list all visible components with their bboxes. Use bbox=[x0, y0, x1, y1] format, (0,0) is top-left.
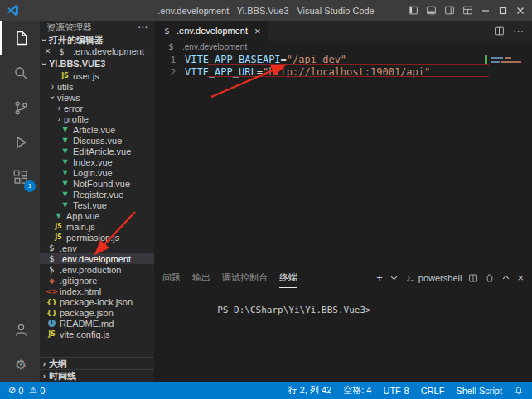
env-file-icon: $ bbox=[46, 243, 57, 252]
project-section-header[interactable]: › YI.BBS.VUE3 bbox=[40, 57, 154, 70]
chevron-down-icon: › bbox=[48, 93, 57, 102]
timeline-section-header[interactable]: › 时间线 bbox=[40, 369, 154, 382]
panel-tab-调试控制台[interactable]: 调试控制台 bbox=[222, 267, 268, 288]
extensions-icon[interactable]: 1 bbox=[0, 160, 40, 195]
file-name: .env bbox=[60, 243, 77, 253]
vue-file-icon: ▼ bbox=[60, 137, 70, 144]
file-NotFound.vue[interactable]: ▼NotFound.vue bbox=[40, 178, 154, 189]
explorer-more-actions-icon[interactable]: ⋯ bbox=[138, 22, 148, 33]
search-icon[interactable] bbox=[0, 55, 40, 90]
file-user.js[interactable]: JSuser.js bbox=[40, 70, 154, 81]
terminal-output[interactable]: PS D:\CSharp\Yi\Yi.BBS.Vue3> bbox=[154, 288, 532, 382]
close-tab-icon[interactable]: × bbox=[254, 25, 261, 37]
split-terminal-icon[interactable] bbox=[468, 273, 478, 283]
vue-file-icon: ▼ bbox=[60, 147, 70, 155]
file-Test.vue[interactable]: ▼Test.vue bbox=[40, 200, 154, 210]
toggle-panel-icon[interactable] bbox=[426, 5, 437, 16]
problems-status[interactable]: ⊘ 0 ⚠ 0 bbox=[8, 385, 45, 396]
file-Login.vue[interactable]: ▼Login.vue bbox=[40, 167, 154, 178]
close-editor-icon[interactable]: × bbox=[45, 46, 53, 57]
panel-tab-问题[interactable]: 问题 bbox=[162, 267, 181, 288]
explorer-icon[interactable] bbox=[0, 21, 40, 55]
file-name: package.json bbox=[60, 308, 114, 318]
panel-tab-终端[interactable]: 终端 bbox=[279, 267, 297, 288]
bottom-panel: 问题输出调试控制台终端 + powershell × bbox=[154, 267, 532, 382]
new-terminal-icon[interactable]: + bbox=[376, 272, 383, 284]
folder-views[interactable]: ›views bbox=[40, 92, 154, 103]
file-name: Discuss.vue bbox=[73, 136, 122, 146]
breadcrumb[interactable]: $ .env.development bbox=[154, 41, 532, 53]
account-icon[interactable] bbox=[0, 312, 40, 347]
vue-file-icon: ▼ bbox=[60, 169, 70, 176]
toggle-secondary-sidebar-icon[interactable] bbox=[444, 5, 455, 16]
file-Discuss.vue[interactable]: ▼Discuss.vue bbox=[40, 135, 154, 146]
outline-section-header[interactable]: › 大纲 bbox=[40, 357, 154, 369]
file-.gitignore[interactable]: ◆.gitignore bbox=[40, 275, 154, 286]
folder-error[interactable]: ›error bbox=[40, 103, 154, 113]
file-.env.development[interactable]: $.env.development bbox=[40, 253, 154, 264]
status-encoding[interactable]: UTF-8 bbox=[383, 386, 409, 396]
file-index.html[interactable]: <>index.html bbox=[40, 286, 154, 296]
code-editor[interactable]: 1VITE_APP_BASEAPI="/api-dev"2VITE_APP_UR… bbox=[154, 53, 532, 267]
maximize-panel-icon[interactable] bbox=[501, 273, 510, 282]
file-name: .gitignore bbox=[60, 276, 97, 286]
file-name: App.vue bbox=[66, 211, 99, 221]
open-editor-item[interactable]: × $ .env.development bbox=[40, 46, 154, 57]
chevron-down-icon: › bbox=[40, 36, 49, 45]
run-debug-icon[interactable] bbox=[0, 125, 40, 160]
status-bar: ⊘ 0 ⚠ 0 行 2, 列 42空格: 4UTF-8CRLFShell Scr… bbox=[0, 382, 532, 399]
git-file-icon: ◆ bbox=[46, 276, 57, 285]
terminal-dropdown-icon[interactable] bbox=[389, 273, 399, 282]
file-Article.vue[interactable]: ▼Article.vue bbox=[40, 124, 154, 135]
status-language-mode[interactable]: Shell Script bbox=[456, 386, 502, 396]
panel-tabs: 问题输出调试控制台终端 bbox=[162, 267, 309, 288]
warnings-icon: ⚠ bbox=[29, 385, 37, 396]
file-App.vue[interactable]: ▼App.vue bbox=[40, 210, 154, 221]
env-file-icon: $ bbox=[166, 42, 177, 51]
file-EditArticle.vue[interactable]: ▼EditArticle.vue bbox=[40, 146, 154, 156]
file-README.md[interactable]: iREADME.md bbox=[40, 318, 154, 329]
close-window-icon[interactable] bbox=[515, 6, 525, 16]
terminal-prompt: PS D:\CSharp\Yi\Yi.BBS.Vue3> bbox=[217, 305, 370, 315]
file-package-lock.json[interactable]: {}package-lock.json bbox=[40, 296, 154, 307]
notifications-bell-icon[interactable] bbox=[514, 386, 524, 396]
panel-header: 问题输出调试控制台终端 + powershell × bbox=[154, 267, 532, 288]
js-file-icon: JS bbox=[46, 330, 57, 338]
close-panel-icon[interactable]: × bbox=[517, 272, 524, 284]
file-Index.vue[interactable]: ▼Index.vue bbox=[40, 156, 154, 167]
file-.env[interactable]: $.env bbox=[40, 243, 154, 253]
file-vite.config.js[interactable]: JSvite.config.js bbox=[40, 329, 154, 339]
vue-file-icon: ▼ bbox=[60, 190, 70, 198]
file-package.json[interactable]: {}package.json bbox=[40, 307, 154, 318]
kill-terminal-trash-icon[interactable] bbox=[485, 273, 495, 283]
settings-gear-icon[interactable]: ⚙ bbox=[0, 347, 40, 382]
file-name: .env.production bbox=[60, 265, 121, 275]
toggle-sidebar-icon[interactable] bbox=[408, 5, 418, 16]
panel-tab-输出[interactable]: 输出 bbox=[192, 267, 210, 288]
status-cursor-position[interactable]: 行 2, 列 42 bbox=[288, 384, 332, 397]
file-permission.js[interactable]: JSpermission.js bbox=[40, 232, 154, 243]
file-name: error bbox=[64, 103, 83, 113]
shell-selector[interactable]: powershell bbox=[405, 273, 462, 283]
minimap[interactable] bbox=[491, 55, 525, 88]
editor-more-actions-icon[interactable]: ⋯ bbox=[513, 25, 524, 37]
split-editor-icon[interactable] bbox=[494, 26, 505, 36]
file-main.js[interactable]: JSmain.js bbox=[40, 221, 154, 232]
code-line-1[interactable]: 1VITE_APP_BASEAPI="/api-dev" bbox=[154, 54, 532, 66]
file-.env.production[interactable]: $.env.production bbox=[40, 264, 154, 275]
error-count: 0 bbox=[18, 386, 23, 396]
folder-utils[interactable]: ›utils bbox=[40, 81, 154, 92]
vue-file-icon: ▼ bbox=[60, 158, 70, 166]
code-line-2[interactable]: 2VITE_APP_URL="http://localhost:19001/ap… bbox=[154, 66, 532, 79]
open-editors-section-header[interactable]: › 打开的编辑器 bbox=[40, 34, 154, 46]
file-Register.vue[interactable]: ▼Register.vue bbox=[40, 189, 154, 200]
customize-layout-icon[interactable] bbox=[462, 5, 473, 16]
extensions-badge: 1 bbox=[24, 180, 36, 192]
status-eol[interactable]: CRLF bbox=[421, 386, 445, 396]
source-control-icon[interactable] bbox=[0, 90, 40, 125]
status-indentation[interactable]: 空格: 4 bbox=[343, 384, 371, 397]
folder-profile[interactable]: ›profile bbox=[40, 113, 154, 124]
tab-env-development[interactable]: $ .env.development × bbox=[154, 21, 268, 41]
maximize-icon[interactable] bbox=[498, 6, 508, 16]
minimize-icon[interactable] bbox=[481, 6, 491, 16]
